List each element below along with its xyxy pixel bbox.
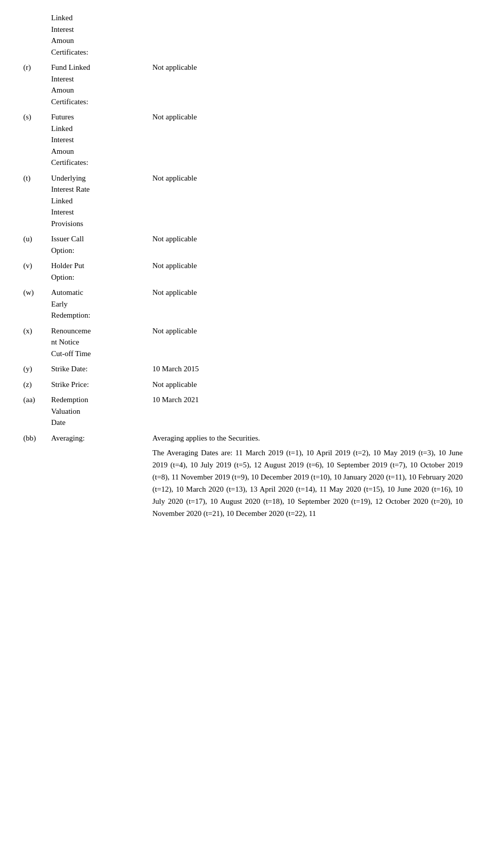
row-label-w: AutomaticEarlyRedemption: [48,285,149,323]
averaging-short: Averaging applies to the Securities. [152,432,463,444]
row-value-t: Not applicable [149,170,466,232]
row-value-r: Not applicable [149,60,466,109]
table-row: (x) Renouncement NoticeCut-off Time Not … [20,323,466,362]
row-label-t: UnderlyingInterest RateLinkedInterestPro… [48,170,149,232]
header-label-text: LinkedInterestAmounCertificates: [51,14,88,56]
averaging-long: The Averaging Dates are: 11 March 2019 (… [152,447,463,519]
row-letter-bb: (bb) [20,430,48,522]
row-label-aa: RedemptionValuationDate [48,392,149,430]
table-row: (r) Fund LinkedInterestAmounCertificates… [20,60,466,109]
row-value-u: Not applicable [149,231,466,258]
header-row: LinkedInterestAmounCertificates: [20,10,466,60]
row-letter-y: (y) [20,361,48,377]
row-label-r: Fund LinkedInterestAmounCertificates: [48,60,149,109]
document-table: LinkedInterestAmounCertificates: (r) Fun… [20,10,466,522]
row-label-s: FuturesLinkedInterestAmounCertificates: [48,109,149,170]
header-label: LinkedInterestAmounCertificates: [48,10,149,60]
table-row: (aa) RedemptionValuationDate 10 March 20… [20,392,466,430]
row-letter-w: (w) [20,285,48,323]
row-value-v: Not applicable [149,258,466,285]
row-value-z: Not applicable [149,377,466,393]
table-row: (y) Strike Date: 10 March 2015 [20,361,466,377]
row-letter-v: (v) [20,258,48,285]
table-row: (u) Issuer CallOption: Not applicable [20,231,466,258]
row-value-w: Not applicable [149,285,466,323]
row-letter-x: (x) [20,323,48,362]
row-label-y: Strike Date: [48,361,149,377]
row-label-v: Holder PutOption: [48,258,149,285]
row-letter-z: (z) [20,377,48,393]
row-letter-u: (u) [20,231,48,258]
header-letter [20,10,48,60]
table-row: (w) AutomaticEarlyRedemption: Not applic… [20,285,466,323]
row-label-z: Strike Price: [48,377,149,393]
row-value-x: Not applicable [149,323,466,362]
row-value-aa: 10 March 2021 [149,392,466,430]
table-row: (z) Strike Price: Not applicable [20,377,466,393]
row-label-u: Issuer CallOption: [48,231,149,258]
table-row: (bb) Averaging: Averaging applies to the… [20,430,466,522]
row-letter-r: (r) [20,60,48,109]
content-area: LinkedInterestAmounCertificates: (r) Fun… [20,10,466,854]
row-letter-aa: (aa) [20,392,48,430]
table-row: (v) Holder PutOption: Not applicable [20,258,466,285]
page: LinkedInterestAmounCertificates: (r) Fun… [20,10,466,868]
header-value [149,10,466,60]
row-value-bb: Averaging applies to the Securities. The… [149,430,466,522]
table-row: (t) UnderlyingInterest RateLinkedInteres… [20,170,466,232]
row-value-s: Not applicable [149,109,466,170]
row-label-x: Renouncement NoticeCut-off Time [48,323,149,362]
row-letter-t: (t) [20,170,48,232]
row-letter-s: (s) [20,109,48,170]
row-label-bb: Averaging: [48,430,149,522]
row-value-y: 10 March 2015 [149,361,466,377]
table-row: (s) FuturesLinkedInterestAmounCertificat… [20,109,466,170]
